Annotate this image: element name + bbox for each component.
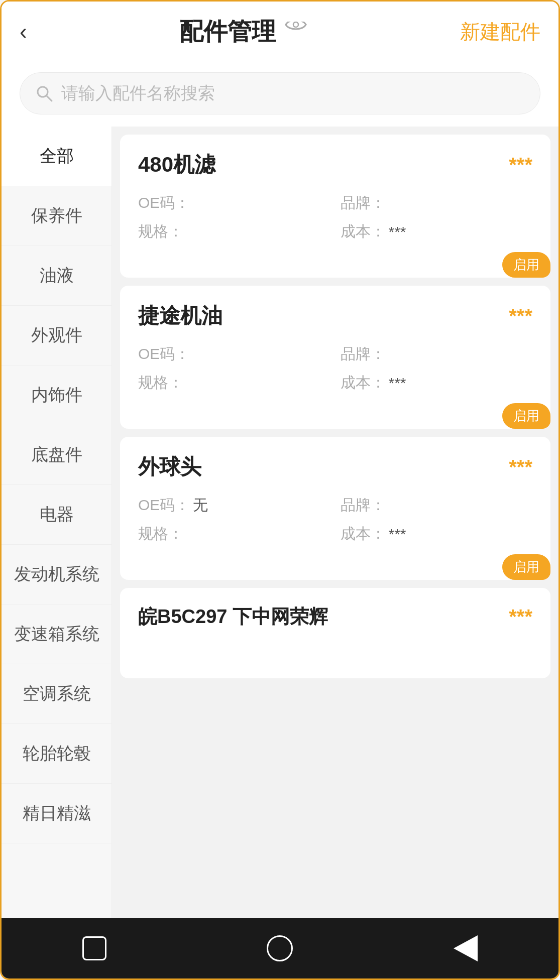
nav-recent-button[interactable] [78, 932, 110, 964]
sidebar-item-engine[interactable]: 发动机系统 [2, 545, 111, 604]
part-footer-1: 启用 [138, 242, 532, 278]
header: ‹ 配件管理 新建配件 [2, 2, 558, 60]
part-name-2: 捷途机油 [138, 302, 222, 330]
content-area: 全部 保养件 油液 外观件 内饰件 底盘件 电器 发动机系统 [2, 127, 558, 918]
part-footer-2: 启用 [138, 393, 532, 429]
part-details-2: OE码： 品牌： 规格： 成本： *** [138, 344, 532, 393]
part-cost-1: 成本： *** [341, 221, 533, 242]
svg-line-2 [47, 96, 52, 101]
part-title-row-1: 480机滤 *** [138, 151, 532, 179]
triangle-icon [454, 935, 478, 961]
part-card-4[interactable]: 皖B5C297 下中网荣辉 *** [120, 588, 550, 678]
search-bar: 请输入配件名称搜索 [2, 60, 558, 127]
part-spec-1: 规格： [138, 221, 330, 242]
part-price-2: *** [509, 305, 532, 327]
part-spec-3: 规格： [138, 524, 330, 544]
part-brand-1: 品牌： [341, 193, 533, 213]
part-name-3: 外球头 [138, 453, 201, 481]
nav-home-button[interactable] [264, 932, 296, 964]
search-input-wrapper[interactable]: 请输入配件名称搜索 [20, 72, 540, 114]
part-cost-3: 成本： *** [341, 524, 533, 544]
nav-back-button[interactable] [450, 932, 482, 964]
part-price-1: *** [509, 154, 532, 176]
phone-frame: ‹ 配件管理 新建配件 请输入配件名称搜索 [0, 0, 560, 980]
square-icon [82, 936, 106, 960]
part-card-1[interactable]: 480机滤 *** OE码： 品牌： 规格： [120, 135, 550, 278]
part-footer-3: 启用 [138, 544, 532, 580]
sidebar-item-tires[interactable]: 轮胎轮毂 [2, 724, 111, 784]
sidebar-item-electric[interactable]: 电器 [2, 485, 111, 545]
part-spec-2: 规格： [138, 373, 330, 393]
part-details-3: OE码： 无 品牌： 规格： 成本： *** [138, 495, 532, 544]
part-price-3: *** [509, 456, 532, 478]
sidebar-item-transmission[interactable]: 变速箱系统 [2, 604, 111, 664]
bottom-nav [2, 918, 558, 978]
sidebar-item-ac[interactable]: 空调系统 [2, 664, 111, 724]
part-card-2[interactable]: 捷途机油 *** OE码： 品牌： 规格： [120, 286, 550, 429]
enable-badge-1[interactable]: 启用 [502, 252, 550, 278]
part-oe-2: OE码： [138, 344, 330, 364]
sidebar-item-oil[interactable]: 油液 [2, 246, 111, 306]
part-cost-2: 成本： *** [341, 373, 533, 393]
part-price-4: *** [509, 605, 532, 628]
page-title: 配件管理 [179, 16, 276, 48]
part-name-4: 皖B5C297 下中网荣辉 [138, 604, 328, 630]
parts-list: 480机滤 *** OE码： 品牌： 规格： [112, 127, 558, 918]
eye-icon[interactable] [284, 21, 308, 42]
circle-icon [267, 935, 293, 961]
sidebar-item-exterior[interactable]: 外观件 [2, 306, 111, 365]
part-card-3[interactable]: 外球头 *** OE码： 无 品牌： 规格： [120, 437, 550, 580]
part-title-row-3: 外球头 *** [138, 453, 532, 481]
sidebar-item-all[interactable]: 全部 [2, 127, 111, 186]
part-brand-2: 品牌： [341, 344, 533, 364]
part-oe-3: OE码： 无 [138, 495, 330, 516]
search-input[interactable]: 请输入配件名称搜索 [61, 82, 215, 105]
new-part-button[interactable]: 新建配件 [460, 18, 540, 46]
sidebar-item-chassis[interactable]: 底盘件 [2, 425, 111, 485]
part-brand-3: 品牌： [341, 495, 533, 516]
search-icon [35, 84, 53, 102]
sidebar-item-jingri[interactable]: 精日精滋 [2, 784, 111, 843]
sidebar-item-maintenance[interactable]: 保养件 [2, 186, 111, 246]
svg-point-0 [293, 22, 298, 27]
enable-badge-3[interactable]: 启用 [502, 554, 550, 580]
part-title-row-2: 捷途机油 *** [138, 302, 532, 330]
sidebar-item-interior[interactable]: 内饰件 [2, 365, 111, 425]
back-button[interactable]: ‹ [20, 21, 27, 43]
part-details-1: OE码： 品牌： 规格： 成本： *** [138, 193, 532, 242]
part-name-1: 480机滤 [138, 151, 215, 179]
part-oe-1: OE码： [138, 193, 330, 213]
part-title-row-4: 皖B5C297 下中网荣辉 *** [138, 604, 532, 630]
header-center: 配件管理 [179, 16, 308, 48]
enable-badge-2[interactable]: 启用 [502, 403, 550, 429]
sidebar: 全部 保养件 油液 外观件 内饰件 底盘件 电器 发动机系统 [2, 127, 112, 918]
